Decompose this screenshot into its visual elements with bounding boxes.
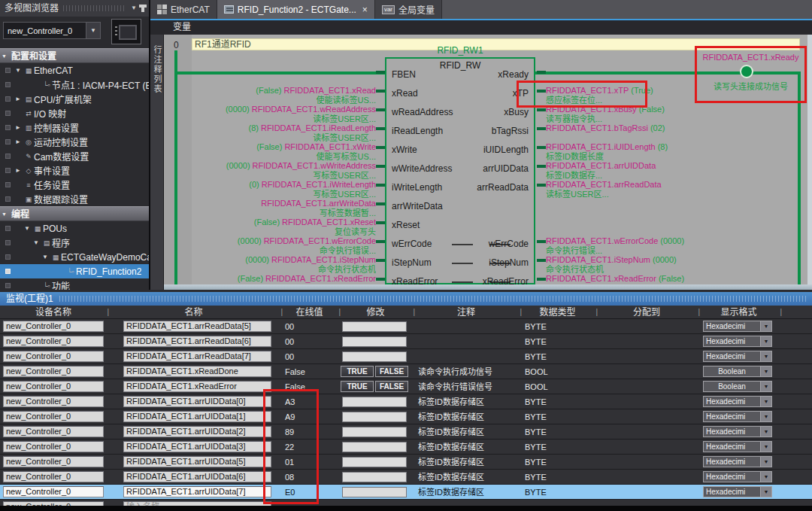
variable-name[interactable]: RFIDDATA_ECT1.wReadAddress: [252, 105, 376, 114]
fb-output-pin[interactable]: bTagRssi: [392, 122, 529, 141]
fb-output-var-row[interactable]: RFIDDATA_ECT1.iStepNum(0000) 命令执行状态机: [546, 255, 798, 274]
sidebar-tree-item[interactable]: └▫ 节点1 : IACM-P4-ECT (E00: [0, 78, 149, 92]
modify-input[interactable]: [342, 442, 407, 452]
expand-arrow-icon[interactable]: ▼: [42, 254, 50, 260]
variable-name[interactable]: RFIDDATA_ECT1.arrReadData: [546, 180, 662, 189]
tab-rfid-function2[interactable]: RFID_Function2 - ECTGate... ×: [217, 0, 375, 19]
variable-name[interactable]: RFIDDATA_ECT1.iWriteLength: [262, 180, 376, 189]
true-button[interactable]: TRUE: [341, 366, 374, 377]
variable-name[interactable]: RFIDDATA_ECT1.xRead: [284, 86, 376, 95]
chevron-down-icon[interactable]: ▼: [760, 442, 771, 452]
expand-arrow-icon[interactable]: ►: [15, 124, 23, 131]
false-button[interactable]: FALSE: [375, 381, 408, 392]
watch-new-row[interactable]: new_Controller_0 输入名称: [0, 500, 812, 506]
watch-table-row[interactable]: new_Controller_0 RFIDDATA_ECT1.arrUIDDat…: [0, 394, 812, 409]
modify-input[interactable]: [342, 472, 407, 482]
variable-name[interactable]: RFIDDATA_ECT1.arrUIDData: [546, 161, 656, 170]
col-assigned-to[interactable]: 分配到: [595, 306, 698, 318]
sidebar-tree-item[interactable]: └▫ 功能: [0, 278, 149, 290]
variable-name[interactable]: RFIDDATA_ECT1.xReadError: [265, 274, 376, 283]
modify-input[interactable]: [342, 427, 407, 437]
fb-output-pin[interactable]: arrUIDData: [392, 160, 529, 178]
fb-input-var-row[interactable]: (0000)RFIDDATA_ECT1.wReadAddress 读标签USER…: [164, 105, 376, 123]
chevron-down-icon[interactable]: ▼: [86, 23, 100, 38]
device-cell[interactable]: new_Controller_0: [3, 456, 104, 467]
device-cell[interactable]: new_Controller_0: [3, 471, 104, 482]
fb-output-pin[interactable]: [392, 216, 529, 235]
name-cell[interactable]: RFIDDATA_ECT1.arrUIDData[6]: [123, 471, 271, 482]
col-display-format[interactable]: 显示格式: [698, 306, 780, 318]
chevron-down-icon[interactable]: ▼: [760, 472, 771, 482]
fb-output-pin[interactable]: xReady: [392, 65, 529, 84]
watch-table-row[interactable]: new_Controller_0 RFIDDATA_ECT1.arrReadDa…: [0, 349, 812, 364]
watch-table-row[interactable]: new_Controller_0 RFIDDATA_ECT1.arrUIDDat…: [0, 470, 812, 485]
expand-arrow-icon[interactable]: ►: [15, 96, 23, 102]
name-cell[interactable]: RFIDDATA_ECT1.arrReadData[5]: [123, 321, 271, 332]
sidebar-tree-item[interactable]: ▼ ▦ POUs: [0, 221, 149, 236]
col-device-name[interactable]: 设备名称: [0, 306, 107, 318]
variable-name[interactable]: RFIDDATA_ECT1.iStepNum: [546, 255, 650, 264]
close-icon[interactable]: ×: [362, 5, 368, 15]
chevron-down-icon[interactable]: ▼: [760, 427, 771, 436]
variable-name[interactable]: RFIDDATA_ECT1.xWrite: [284, 142, 376, 151]
device-cell[interactable]: new_Controller_0: [3, 441, 104, 452]
fb-instance-name[interactable]: RFID_RW1: [385, 45, 535, 56]
name-cell[interactable]: RFIDDATA_ECT1.xReadError: [123, 381, 271, 392]
fb-output-pin[interactable]: iStepNum: [392, 254, 529, 272]
fb-output-pin[interactable]: iUIDLength: [392, 141, 529, 160]
watch-table-row[interactable]: new_Controller_0 RFIDDATA_ECT1.arrUIDDat…: [0, 440, 812, 455]
modify-input[interactable]: [342, 412, 407, 422]
fb-input-var-row[interactable]: RFIDDATA_ECT1.arrWriteData 写标签数据暂...: [164, 199, 376, 217]
sidebar-tree-item[interactable]: ▣ 数据跟踪设置: [0, 192, 149, 206]
fb-input-var-row[interactable]: (0)RFIDDATA_ECT1.iWriteLength 写标签USER区..…: [164, 180, 376, 199]
fb-output-var-row[interactable]: RFIDDATA_ECT1.arrUIDData 标签ID数据存...: [546, 161, 798, 180]
device-cell[interactable]: new_Controller_0: [3, 396, 104, 407]
fb-input-var-row[interactable]: (8)RFIDDATA_ECT1.iReadLength 读标签USER区...: [164, 123, 376, 142]
name-cell[interactable]: RFIDDATA_ECT1.arrUIDData[5]: [123, 456, 271, 467]
fb-output-var-row[interactable]: [546, 217, 798, 236]
display-format-dropdown[interactable]: Hexadecimi ▼: [703, 486, 772, 497]
name-cell[interactable]: RFIDDATA_ECT1.xReadDone: [123, 366, 271, 377]
watch-table-row[interactable]: new_Controller_0 RFIDDATA_ECT1.arrReadDa…: [0, 334, 812, 349]
expand-arrow-icon[interactable]: ▼: [33, 239, 41, 246]
col-data-type[interactable]: 数据类型: [520, 306, 595, 318]
display-format-dropdown[interactable]: Boolean ▼: [703, 366, 772, 377]
device-cell[interactable]: new_Controller_0: [3, 411, 104, 422]
fb-input-var-row[interactable]: (False)RFIDDATA_ECT1.xRead 使能读标签US...: [164, 86, 376, 105]
display-format-dropdown[interactable]: Hexadecimi ▼: [703, 456, 772, 467]
sidebar-tree-item[interactable]: ► ◎ 运动控制设置: [0, 135, 149, 149]
fb-output-pin[interactable]: xReadError: [392, 272, 529, 284]
controller-select[interactable]: new_Controller_0 ▼: [3, 22, 101, 39]
variable-name[interactable]: RFIDDATA_ECT1.wWriteAddress: [253, 161, 376, 170]
pin-icon[interactable]: [141, 5, 144, 12]
chevron-down-icon[interactable]: ▼: [131, 0, 137, 17]
chevron-down-icon[interactable]: ▼: [760, 382, 771, 391]
true-button[interactable]: TRUE: [341, 381, 374, 392]
chevron-down-icon[interactable]: ▼: [760, 397, 771, 406]
variable-name[interactable]: RFIDDATA_ECT1.wErrorCode: [264, 236, 376, 245]
watch-table-row[interactable]: new_Controller_0 RFIDDATA_ECT1.xReadDone…: [0, 364, 812, 379]
fb-output-var-row[interactable]: RFIDDATA_ECT1.iUIDLength(8) 标签ID数据长度: [546, 142, 798, 161]
tab-global-variables[interactable]: var 全局变量: [375, 0, 442, 19]
horizontal-scrollbar[interactable]: [164, 284, 812, 290]
rfid-rw-function-block[interactable]: RFID_RW FBEN xRead wReadAddress iReadLen…: [385, 57, 535, 284]
watch-table-row[interactable]: new_Controller_0 RFIDDATA_ECT1.arrUIDDat…: [0, 455, 812, 470]
sidebar-tree-item[interactable]: ✎ Cam数据设置: [0, 149, 149, 163]
variable-name[interactable]: RFIDDATA_ECT1.wErrorCode: [546, 236, 658, 245]
chevron-down-icon[interactable]: ▼: [760, 351, 771, 361]
device-cell[interactable]: new_Controller_0: [3, 321, 104, 332]
col-comment[interactable]: 注释: [413, 306, 520, 318]
fb-input-var-row[interactable]: (0000)RFIDDATA_ECT1.iStepNum 命令执行状态机: [164, 255, 376, 274]
device-cell[interactable]: new_Controller_0: [3, 381, 104, 392]
display-format-dropdown[interactable]: Hexadecimi ▼: [703, 336, 772, 347]
sidebar-tree-item[interactable]: ► ▤ CPU/扩展机架: [0, 92, 149, 106]
expand-arrow-icon[interactable]: ▼: [15, 67, 23, 74]
vertical-scrollbar[interactable]: [807, 35, 812, 284]
name-cell[interactable]: RFIDDATA_ECT1.arrUIDData[3]: [123, 441, 271, 452]
display-format-dropdown[interactable]: Boolean ▼: [703, 381, 772, 392]
expand-arrow-icon[interactable]: ►: [15, 167, 23, 174]
chevron-down-icon[interactable]: ▼: [760, 336, 771, 346]
fbd-canvas[interactable]: 0 RF1通道RFID RFID_RW1 RFID_RW FBEN xRead …: [164, 35, 812, 284]
name-cell[interactable]: RFIDDATA_ECT1.arrReadData[7]: [123, 351, 271, 362]
variable-name[interactable]: RFIDDATA_ECT1.xReset: [282, 217, 376, 227]
